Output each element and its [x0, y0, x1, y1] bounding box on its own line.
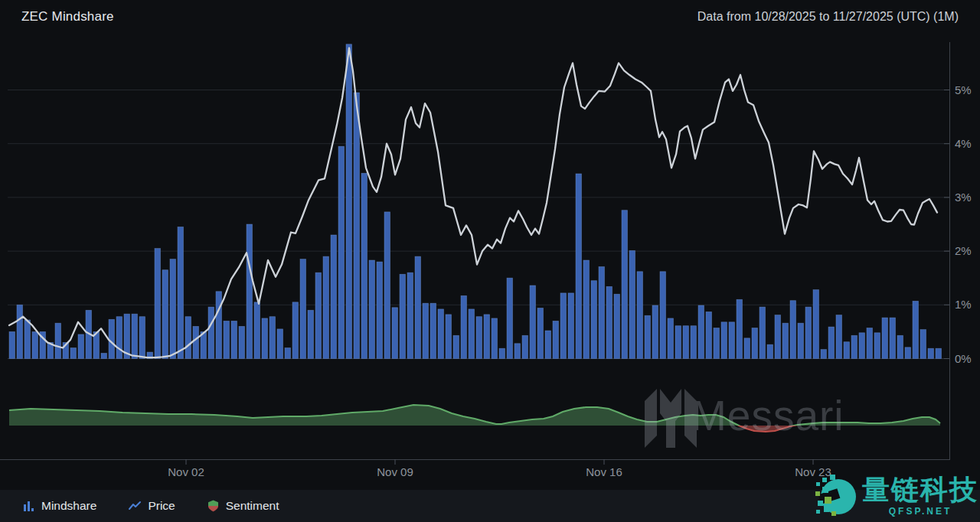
x-axis-labels: Nov 02Nov 09Nov 16Nov 23	[168, 459, 831, 478]
svg-text:Nov 09: Nov 09	[377, 465, 413, 478]
svg-text:Nov 16: Nov 16	[586, 465, 622, 478]
zec-mindshare-panel: Messari0%1%2%3%4%5%Nov 02Nov 09Nov 16Nov…	[0, 0, 980, 522]
legend-label-price: Price	[148, 499, 175, 513]
legend-item-sentiment[interactable]: Sentiment	[207, 499, 279, 513]
legend-item-mindshare[interactable]: Mindshare	[23, 499, 96, 513]
legend-item-price[interactable]: Price	[129, 499, 175, 513]
brand-name: 量链科技	[862, 475, 978, 505]
svg-text:5%: 5%	[955, 83, 972, 96]
mindshare-chart[interactable]: Messari0%1%2%3%4%5%Nov 02Nov 09Nov 16Nov…	[0, 0, 980, 490]
mindshare-bars[interactable]	[9, 44, 942, 359]
messari-watermark: Messari	[645, 389, 844, 448]
legend-label-mindshare: Mindshare	[41, 499, 96, 513]
svg-text:Nov 02: Nov 02	[168, 465, 204, 478]
svg-text:3%: 3%	[955, 191, 972, 204]
date-range-label: Data from 10/28/2025 to 11/27/2025 (UTC)…	[697, 10, 959, 24]
svg-text:2%: 2%	[955, 244, 972, 257]
chart-header: ZEC Mindshare Data from 10/28/2025 to 11…	[0, 0, 980, 34]
svg-text:Messari: Messari	[691, 392, 844, 439]
legend-label-sentiment: Sentiment	[226, 499, 279, 513]
y-axis-labels: 0%1%2%3%4%5%	[944, 83, 972, 365]
svg-text:4%: 4%	[955, 137, 972, 150]
brand-logo-icon	[815, 475, 858, 519]
shield-icon	[207, 500, 219, 512]
line-chart-icon	[129, 501, 141, 511]
brand-site: QFSP.NET	[889, 506, 952, 517]
page-title: ZEC Mindshare	[21, 9, 114, 24]
bar-chart-icon	[23, 501, 34, 512]
svg-text:1%: 1%	[955, 298, 972, 311]
svg-text:0%: 0%	[955, 352, 972, 365]
brand-watermark: 量链科技 QFSP.NET	[815, 475, 978, 519]
